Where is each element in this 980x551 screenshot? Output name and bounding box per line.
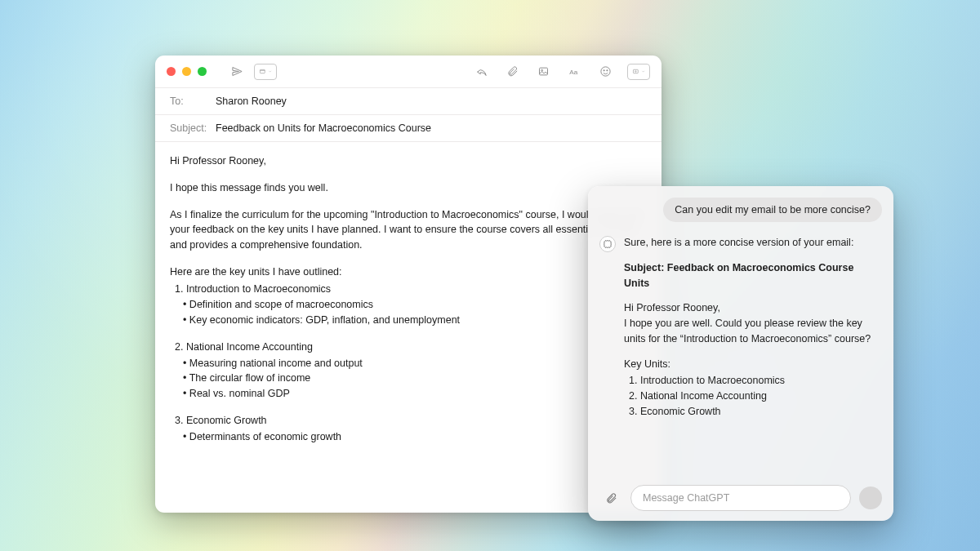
- subject-value: Feedback on Units for Macroeconomics Cou…: [216, 122, 431, 134]
- list-item: National Income Accounting: [629, 389, 882, 404]
- assistant-units-list: Introduction to Macroeconomics National …: [624, 373, 882, 419]
- unit-point: Real vs. nominal GDP: [183, 386, 647, 402]
- list-item: Economic Growth: [629, 404, 882, 420]
- subject-field-row[interactable]: Subject: Feedback on Units for Macroecon…: [155, 115, 662, 142]
- send-icon[interactable]: [228, 63, 246, 81]
- svg-point-6: [606, 70, 607, 71]
- mail-body-editor[interactable]: Hi Professor Rooney, I hope this message…: [155, 142, 662, 470]
- reply-icon[interactable]: [472, 63, 490, 81]
- unit-item: Introduction to Macroeconomics Definitio…: [175, 282, 647, 328]
- svg-point-8: [635, 71, 636, 72]
- subject-label: Subject:: [170, 122, 209, 134]
- svg-rect-1: [539, 68, 547, 75]
- insert-photo-icon[interactable]: [534, 63, 552, 81]
- unit-point: Determinants of economic growth: [183, 429, 647, 445]
- unit-point: Key economic indicators: GDP, inflation,…: [183, 313, 647, 328]
- to-label: To:: [170, 96, 209, 107]
- chat-input[interactable]: [630, 485, 851, 511]
- list-item: Introduction to Macroeconomics: [629, 373, 882, 389]
- assistant-subject-line: Subject: Feedback on Macroeconomics Cour…: [624, 260, 882, 291]
- body-para1: As I finalize the curriculum for the upc…: [170, 207, 647, 253]
- assistant-message: Sure, here is a more concise version of …: [599, 235, 882, 420]
- chat-scroll-area[interactable]: Can you edit my email to be more concise…: [599, 198, 882, 477]
- svg-text:Aa: Aa: [569, 69, 577, 76]
- mail-titlebar: Aa: [155, 56, 662, 88]
- unit-point: The circular flow of income: [183, 371, 647, 386]
- header-fields-dropdown[interactable]: [254, 64, 277, 80]
- unit-item: National Income Accounting Measuring nat…: [175, 340, 647, 402]
- assistant-intro: Sure, here is a more concise version of …: [624, 235, 882, 251]
- minimize-window-button[interactable]: [182, 67, 191, 76]
- window-controls: [167, 67, 207, 76]
- mail-compose-window: Aa To: Sharon Rooney Subject: Feedback o…: [155, 56, 662, 513]
- unit-title: National Income Accounting: [175, 341, 313, 353]
- close-window-button[interactable]: [167, 67, 176, 76]
- unit-point: Measuring national income and output: [183, 356, 647, 371]
- to-value: Sharon Rooney: [216, 96, 287, 107]
- unit-title: Economic Growth: [175, 415, 267, 426]
- chat-input-row: [599, 477, 882, 511]
- user-message-text: Can you edit my email to be more concise…: [675, 204, 871, 216]
- units-list: Introduction to Macroeconomics Definitio…: [170, 282, 647, 445]
- format-text-icon[interactable]: Aa: [565, 63, 583, 81]
- media-browser-dropdown[interactable]: [627, 64, 650, 80]
- user-message-bubble: Can you edit my email to be more concise…: [663, 198, 882, 222]
- unit-point: Definition and scope of macroeconomics: [183, 297, 647, 313]
- attachment-icon[interactable]: [503, 63, 521, 81]
- svg-point-5: [604, 70, 604, 71]
- zoom-window-button[interactable]: [198, 67, 207, 76]
- send-button[interactable]: [859, 487, 882, 509]
- svg-rect-0: [260, 69, 265, 73]
- greeting: Hi Professor Rooney,: [170, 153, 647, 169]
- units-lead: Here are the key units I have outlined:: [170, 264, 647, 280]
- svg-point-4: [600, 67, 609, 76]
- unit-title: Introduction to Macroeconomics: [175, 283, 331, 295]
- assistant-para: I hope you are well. Could you please re…: [624, 316, 882, 347]
- chatgpt-panel: Can you edit my email to be more concise…: [588, 186, 893, 521]
- emoji-icon[interactable]: [596, 63, 614, 81]
- chatgpt-logo-icon: [599, 236, 616, 252]
- to-field-row[interactable]: To: Sharon Rooney: [155, 88, 662, 115]
- assistant-units-label: Key Units:: [624, 357, 882, 372]
- assistant-greeting: Hi Professor Rooney,: [624, 300, 882, 316]
- svg-rect-7: [633, 69, 638, 73]
- unit-item: Economic Growth Determinants of economic…: [175, 413, 647, 445]
- body-line1: I hope this message finds you well.: [170, 180, 647, 196]
- attach-file-button[interactable]: [599, 487, 622, 509]
